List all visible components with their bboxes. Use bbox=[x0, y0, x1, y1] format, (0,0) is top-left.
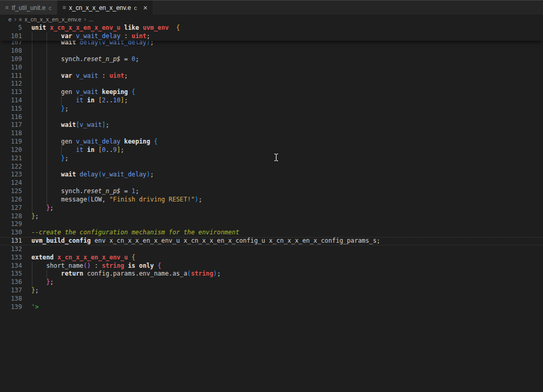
code-text: synch.reset_n_p$ = 1; bbox=[31, 187, 139, 196]
indent-guide bbox=[47, 270, 47, 278]
editor-pane[interactable]: 107 wait delay(v_wait_delay);108109 sync… bbox=[0, 24, 543, 392]
tab-tf-util-unit[interactable]: ≡ tf_util_unit.e c bbox=[0, 1, 57, 15]
line-number[interactable]: 135 bbox=[0, 270, 22, 278]
indent-guide bbox=[47, 113, 47, 122]
code-line[interactable]: 134 short_name() : string is only { bbox=[0, 262, 543, 270]
indent-guide bbox=[47, 88, 47, 97]
line-number[interactable]: 126 bbox=[0, 196, 22, 204]
code-line[interactable]: 126 message(LOW, "Finish driving RESET!"… bbox=[0, 196, 543, 204]
breadcrumb-root[interactable]: e bbox=[8, 16, 11, 22]
indent-guide bbox=[47, 163, 47, 171]
line-number[interactable]: 131 bbox=[0, 237, 22, 245]
line-number[interactable]: 136 bbox=[0, 278, 22, 287]
close-icon[interactable]: × bbox=[143, 4, 147, 11]
line-number[interactable]: 130 bbox=[0, 229, 22, 237]
code-text: it in [0..9]; bbox=[31, 146, 124, 155]
line-number[interactable]: 133 bbox=[0, 254, 22, 262]
code-line[interactable]: 101 var v_wait_delay : uint; bbox=[0, 32, 543, 41]
line-number[interactable]: 112 bbox=[0, 80, 22, 88]
tab-x-cn-x-x-en-x-env[interactable]: ≡ x_cn_x_x_en_x_env.e c × bbox=[57, 1, 154, 15]
code-line[interactable]: 120 it in [0..9]; bbox=[0, 146, 543, 155]
line-number[interactable]: 113 bbox=[0, 88, 22, 97]
code-text: }; bbox=[31, 155, 68, 163]
code-line[interactable]: 133extend x_cn_x_x_en_x_env_u { bbox=[0, 254, 543, 262]
code-line[interactable]: 139'> bbox=[0, 303, 543, 312]
indent-guide bbox=[47, 146, 47, 155]
breadcrumb-more[interactable]: ... bbox=[89, 16, 94, 22]
code-line[interactable]: 114 it in [2..10]; bbox=[0, 97, 543, 105]
line-number[interactable]: 139 bbox=[0, 303, 22, 312]
tab-status-badge: c bbox=[134, 5, 137, 11]
code-line[interactable]: 113 gen v_wait keeping { bbox=[0, 88, 543, 97]
code-line[interactable]: 137}; bbox=[0, 287, 543, 295]
indent-guide bbox=[61, 146, 62, 155]
indent-guide bbox=[47, 187, 47, 196]
code-line[interactable]: 132 bbox=[0, 245, 543, 254]
code-line[interactable]: 130--create the configuration mechanism … bbox=[0, 229, 543, 237]
file-icon: ≡ bbox=[5, 5, 8, 10]
line-number[interactable]: 108 bbox=[0, 47, 22, 55]
line-number[interactable]: 120 bbox=[0, 146, 22, 155]
code-line[interactable]: 115 }; bbox=[0, 105, 543, 113]
code-line[interactable]: 129 bbox=[0, 220, 543, 229]
line-number[interactable]: 125 bbox=[0, 187, 22, 196]
mouse-cursor-ibeam bbox=[274, 153, 279, 161]
line-number[interactable]: 137 bbox=[0, 287, 22, 295]
line-number[interactable]: 110 bbox=[0, 64, 22, 72]
tab-label: x_cn_x_x_en_x_env.e bbox=[69, 4, 131, 11]
code-line[interactable]: 117 wait[v_wait]; bbox=[0, 121, 543, 129]
line-number[interactable]: 114 bbox=[0, 97, 22, 105]
code-text: }; bbox=[31, 278, 54, 287]
code-line[interactable]: 121 }; bbox=[0, 155, 543, 163]
line-number[interactable]: 123 bbox=[0, 171, 22, 179]
code-text: wait delay(v_wait_delay); bbox=[31, 171, 154, 179]
code-line[interactable]: 112 bbox=[0, 80, 543, 88]
line-number[interactable]: 129 bbox=[0, 220, 22, 229]
line-number[interactable]: 116 bbox=[0, 113, 22, 122]
code-line[interactable]: 111 var v_wait : uint; bbox=[0, 72, 543, 80]
code-line[interactable]: 109 synch.reset_n_p$ = 0; bbox=[0, 55, 543, 64]
code-line[interactable]: 124 bbox=[0, 179, 543, 187]
indent-guide bbox=[32, 171, 32, 179]
line-number[interactable]: 134 bbox=[0, 262, 22, 270]
line-number[interactable]: 122 bbox=[0, 163, 22, 171]
line-number[interactable]: 138 bbox=[0, 295, 22, 303]
indent-guide bbox=[32, 196, 32, 204]
code-line[interactable]: 5unit x_cn_x_x_en_x_env_u like uvm_env { bbox=[0, 24, 543, 32]
line-number[interactable]: 119 bbox=[0, 138, 22, 146]
code-line[interactable]: 119 gen v_wait_delay keeping { bbox=[0, 138, 543, 146]
line-number[interactable]: 111 bbox=[0, 72, 22, 80]
code-line[interactable]: 131uvm_build_config env x_cn_x_x_en_x_en… bbox=[0, 237, 543, 245]
code-line[interactable]: 138 bbox=[0, 295, 543, 303]
line-number[interactable]: 5 bbox=[0, 24, 22, 32]
code-line[interactable]: 135 return config.params.env_name.as_a(s… bbox=[0, 270, 543, 278]
line-number[interactable]: 127 bbox=[0, 204, 22, 212]
code-line[interactable]: 128}; bbox=[0, 212, 543, 221]
indent-guide bbox=[32, 105, 32, 113]
line-number[interactable]: 109 bbox=[0, 55, 22, 64]
line-number[interactable]: 115 bbox=[0, 105, 22, 113]
line-number[interactable]: 117 bbox=[0, 121, 22, 129]
line-number[interactable]: 128 bbox=[0, 212, 22, 221]
code-line[interactable]: 123 wait delay(v_wait_delay); bbox=[0, 171, 543, 179]
code-line[interactable]: 116 bbox=[0, 113, 543, 122]
code-line[interactable]: 108 bbox=[0, 47, 543, 55]
line-number[interactable]: 118 bbox=[0, 129, 22, 138]
code-text: short_name() : string is only { bbox=[31, 262, 161, 270]
indent-guide bbox=[47, 97, 47, 105]
code-text: var v_wait_delay : uint; bbox=[31, 32, 150, 41]
line-number[interactable]: 101 bbox=[0, 32, 22, 41]
breadcrumb-file[interactable]: x_cn_x_x_en_x_env.e bbox=[25, 16, 82, 22]
code-line[interactable]: 122 bbox=[0, 163, 543, 171]
code-line[interactable]: 125 synch.reset_n_p$ = 1; bbox=[0, 187, 543, 196]
code-line[interactable]: 118 bbox=[0, 129, 543, 138]
indent-guide bbox=[47, 64, 47, 72]
indent-guide bbox=[32, 163, 32, 171]
code-text: }; bbox=[31, 204, 54, 212]
line-number[interactable]: 124 bbox=[0, 179, 22, 187]
code-line[interactable]: 136 }; bbox=[0, 278, 543, 287]
code-line[interactable]: 110 bbox=[0, 64, 543, 72]
line-number[interactable]: 132 bbox=[0, 245, 22, 254]
line-number[interactable]: 121 bbox=[0, 155, 22, 163]
code-line[interactable]: 127 }; bbox=[0, 204, 543, 212]
